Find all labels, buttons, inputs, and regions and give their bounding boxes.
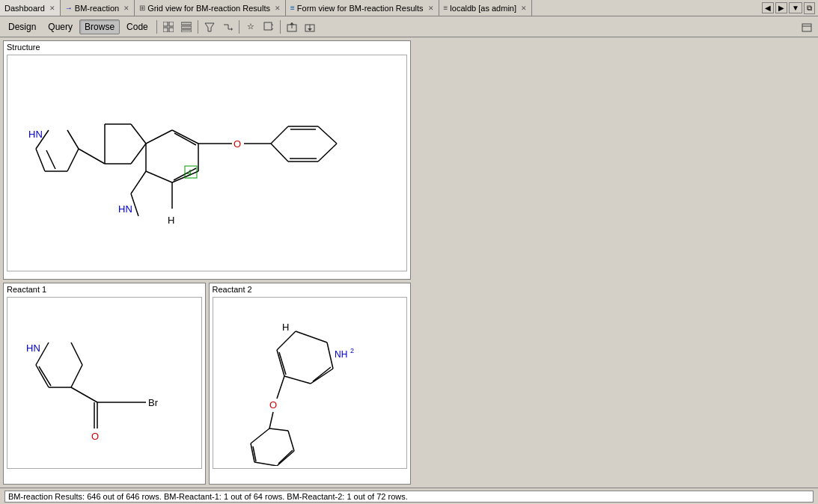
- star-button[interactable]: ☆: [242, 19, 259, 35]
- svg-rect-12: [264, 22, 272, 30]
- tab-dashboard-label: Dashboard: [4, 4, 45, 13]
- svg-line-28: [46, 150, 55, 169]
- svg-marker-11: [231, 28, 233, 31]
- svg-text:O: O: [269, 399, 277, 411]
- svg-rect-21: [802, 24, 811, 31]
- tab-menu-button[interactable]: ▼: [789, 2, 802, 13]
- tab-dashboard-close[interactable]: ✕: [49, 4, 55, 12]
- toolbar-separator-2: [198, 20, 198, 34]
- left-panel: Structure HN: [3, 40, 411, 485]
- tab-bm-reaction-close[interactable]: ✕: [123, 4, 129, 12]
- code-button[interactable]: Code: [121, 19, 153, 34]
- sort-icon: [222, 22, 233, 32]
- tag-button[interactable]: [260, 19, 277, 35]
- svg-text:O: O: [234, 138, 241, 150]
- svg-rect-5: [181, 26, 192, 28]
- svg-line-93: [277, 451, 294, 466]
- reactant2-panel: Reactant 2 NH: [209, 283, 412, 485]
- list-view-button[interactable]: [178, 19, 195, 35]
- svg-line-69: [71, 387, 97, 402]
- maximize-button[interactable]: [799, 19, 815, 35]
- svg-line-43: [174, 133, 196, 145]
- right-empty-panel: [414, 40, 815, 485]
- svg-line-94: [288, 431, 294, 451]
- svg-line-95: [269, 428, 288, 431]
- tab-localdb-icon: ≡: [444, 4, 448, 12]
- svg-text:HN: HN: [26, 342, 40, 354]
- grid-icon: [163, 22, 174, 32]
- structure-drawing-area[interactable]: HN HN: [7, 55, 407, 271]
- svg-line-53: [318, 144, 337, 162]
- svg-line-37: [146, 130, 172, 144]
- tab-bar: Dashboard ✕ → BM-reaction ✕ ⊞ Grid view …: [0, 0, 818, 16]
- tab-localdb-close[interactable]: ✕: [521, 4, 527, 12]
- reactant1-label: Reactant 1: [4, 283, 205, 295]
- tab-grid-view[interactable]: ⊞ Grid view for BM-reaction Results ✕: [135, 0, 286, 16]
- svg-line-41: [146, 171, 172, 182]
- filter-icon: [204, 22, 215, 32]
- browse-button[interactable]: Browse: [79, 19, 120, 34]
- tab-next-button[interactable]: ▶: [775, 2, 787, 13]
- svg-line-24: [36, 149, 45, 171]
- main-content: Structure HN: [0, 37, 818, 488]
- import-button[interactable]: [302, 19, 318, 35]
- svg-text:HN: HN: [118, 203, 132, 215]
- export-button[interactable]: [284, 19, 300, 35]
- reactant1-drawing-area[interactable]: HN O Br: [7, 297, 202, 469]
- sort-button[interactable]: [219, 19, 236, 35]
- svg-line-32: [131, 144, 146, 164]
- svg-rect-6: [181, 30, 192, 32]
- svg-rect-3: [169, 28, 174, 32]
- svg-text:4: 4: [187, 168, 192, 177]
- design-button[interactable]: Design: [3, 19, 41, 34]
- reactant2-drawing-area[interactable]: NH 2 H O: [213, 297, 408, 469]
- svg-line-87: [277, 376, 284, 399]
- status-message: BM-reaction Results: 646 out of 646 rows…: [8, 492, 408, 501]
- query-button[interactable]: Query: [43, 19, 78, 34]
- tab-form-view-icon: ≡: [290, 4, 295, 12]
- toolbar-separator-4: [280, 20, 281, 34]
- tab-form-view[interactable]: ≡ Form view for BM-reaction Results ✕: [286, 0, 439, 16]
- svg-line-67: [39, 366, 51, 386]
- svg-text:Br: Br: [148, 397, 159, 408]
- tab-form-view-close[interactable]: ✕: [428, 4, 434, 12]
- status-bar: BM-reaction Results: 646 out of 646 rows…: [0, 488, 818, 504]
- reactants-row: Reactant 1 HN: [3, 283, 411, 485]
- structure-svg: HN HN: [7, 55, 393, 268]
- reactant1-panel: Reactant 1 HN: [3, 283, 206, 485]
- tab-grid-view-icon: ⊞: [139, 4, 145, 12]
- tab-grid-view-label: Grid view for BM-reaction Results: [147, 4, 270, 13]
- grid-view-button[interactable]: [160, 19, 177, 35]
- tab-dashboard[interactable]: Dashboard ✕: [0, 0, 61, 16]
- svg-line-80: [327, 342, 333, 369]
- svg-line-65: [71, 365, 82, 387]
- export-icon: [287, 22, 297, 32]
- structure-label: Structure: [4, 41, 410, 53]
- toolbar-separator-3: [239, 20, 239, 34]
- svg-marker-17: [290, 22, 294, 25]
- svg-line-55: [271, 144, 288, 162]
- filter-button[interactable]: [201, 19, 218, 35]
- tab-float-button[interactable]: ⧉: [804, 2, 815, 14]
- svg-line-79: [311, 369, 333, 384]
- svg-marker-7: [205, 23, 214, 31]
- tab-bm-reaction[interactable]: → BM-reaction ✕: [61, 0, 135, 16]
- svg-text:O: O: [91, 431, 99, 442]
- maximize-icon: [802, 22, 812, 32]
- structure-panel: Structure HN: [3, 40, 411, 280]
- tab-grid-view-close[interactable]: ✕: [275, 4, 281, 12]
- svg-rect-4: [181, 22, 192, 25]
- svg-line-30: [79, 149, 105, 164]
- svg-line-63: [36, 365, 49, 387]
- tab-prev-button[interactable]: ◀: [762, 2, 774, 13]
- reactant2-svg: NH 2 H O: [213, 298, 397, 466]
- tab-localdb[interactable]: ≡ localdb [as admin] ✕: [439, 0, 533, 16]
- tab-bm-reaction-icon: →: [65, 4, 73, 12]
- svg-line-77: [277, 350, 284, 376]
- tag-icon: [263, 22, 274, 32]
- svg-line-90: [251, 428, 269, 443]
- svg-line-66: [71, 342, 82, 365]
- svg-line-76: [277, 331, 296, 350]
- status-text: BM-reaction Results: 646 out of 646 rows…: [4, 491, 814, 503]
- toolbar-separator-1: [156, 20, 157, 34]
